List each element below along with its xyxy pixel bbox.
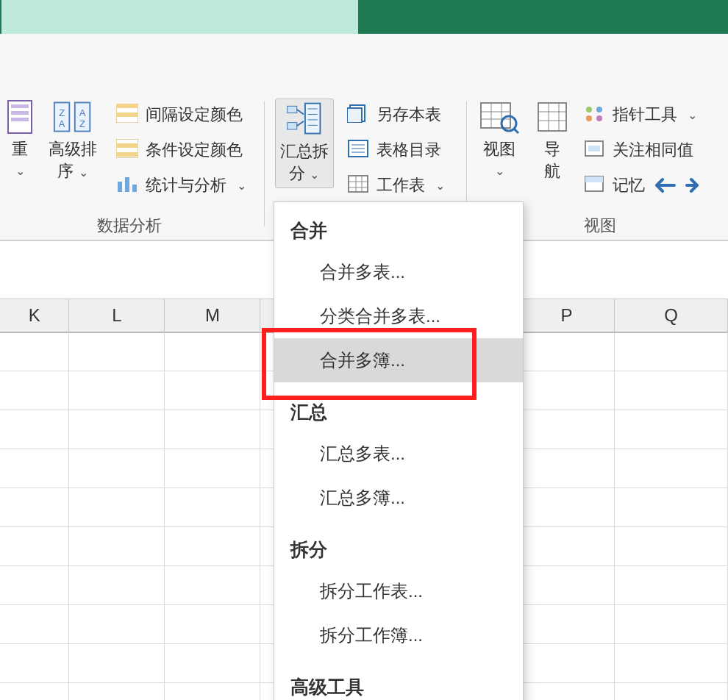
save-copy-icon: [347, 104, 369, 126]
svg-rect-16: [118, 182, 122, 192]
cond-color-button[interactable]: 条件设定颜色: [116, 134, 246, 166]
save-copy-label: 另存本表: [377, 104, 441, 126]
svg-rect-44: [538, 103, 566, 131]
menu-item-merge-multibook[interactable]: 合并多簿...: [274, 338, 523, 382]
interval-color-button[interactable]: 间隔设定颜色: [116, 99, 246, 131]
chevron-down-icon: ⌄: [435, 179, 445, 193]
svg-rect-15: [116, 152, 138, 157]
menu-item-summary-multisheet[interactable]: 汇总多表...: [274, 432, 523, 476]
memory-button[interactable]: 记忆: [583, 169, 699, 201]
worksheet-label: 工作表: [377, 174, 425, 196]
focus-same-label: 关注相同值: [613, 139, 693, 161]
col-header[interactable]: P: [519, 299, 615, 332]
advanced-sort-label-2: 序: [57, 162, 74, 180]
chevron-down-icon: ⌄: [310, 168, 319, 181]
menu-item-merge-multisheet[interactable]: 合并多表...: [274, 250, 523, 294]
memory-icon: [583, 174, 605, 196]
svg-rect-17: [125, 177, 129, 192]
svg-rect-27: [347, 108, 362, 123]
svg-rect-56: [585, 176, 603, 182]
svg-rect-19: [304, 104, 319, 134]
worksheet-icon: [347, 174, 369, 196]
summary-split-label-2: 分: [289, 164, 305, 182]
menu-item-summary-multibook[interactable]: 汇总多簿...: [274, 476, 523, 520]
sheet-toc-button[interactable]: 表格目录: [347, 134, 445, 166]
svg-rect-3: [11, 118, 29, 121]
interval-color-label: 间隔设定颜色: [146, 104, 243, 126]
svg-rect-2: [11, 111, 29, 115]
menu-item-merge-category[interactable]: 分类合并多表...: [274, 294, 523, 338]
advanced-sort-label-1: 高级排: [49, 138, 97, 160]
menu-item-split-worksheet[interactable]: 拆分工作表...: [274, 569, 523, 613]
sheet-toc-label: 表格目录: [377, 139, 441, 161]
title-bar: [0, 0, 728, 34]
view-button-label: 视图: [483, 138, 515, 160]
focus-same-button[interactable]: 关注相同值: [583, 134, 699, 166]
memory-label: 记忆: [613, 174, 645, 196]
chevron-down-icon: ⌄: [688, 108, 697, 122]
view-button[interactable]: 视图 ⌄: [477, 99, 521, 182]
nav-label-1: 导: [544, 138, 560, 160]
summary-split-icon: [285, 101, 324, 138]
save-copy-button[interactable]: 另存本表: [347, 99, 445, 131]
cond-color-label: 条件设定颜色: [146, 139, 243, 161]
svg-rect-14: [116, 143, 138, 148]
menu-section-merge: 合并: [274, 211, 523, 250]
interval-color-icon: [116, 104, 138, 126]
chevron-down-icon: ⌄: [237, 179, 246, 193]
chevron-down-icon: ⌄: [79, 166, 88, 179]
sheet-toc-icon: [347, 139, 369, 161]
dedup-button[interactable]: 重 ⌄: [6, 99, 34, 182]
svg-rect-54: [588, 146, 600, 151]
group-data-analysis: 重 ⌄ ZAAZ 高级排 序 ⌄ 间隔设定颜色: [0, 97, 260, 240]
svg-rect-1: [11, 104, 29, 108]
chevron-down-icon: ⌄: [15, 160, 25, 182]
dedup-icon: [0, 99, 40, 135]
nav-icon: [532, 99, 572, 135]
col-header[interactable]: L: [69, 299, 165, 332]
view-icon: [479, 99, 519, 135]
svg-text:A: A: [79, 107, 86, 118]
nav-label-2: 航: [544, 160, 560, 182]
svg-rect-32: [349, 176, 368, 192]
stats-icon: [116, 174, 138, 196]
summary-split-label-1: 汇总拆: [280, 140, 329, 162]
group-separator: [264, 101, 265, 226]
group-label-data-analysis: 数据分析: [0, 215, 260, 237]
chevron-down-icon: ⌄: [495, 160, 504, 182]
arrow-right-icon[interactable]: [685, 177, 699, 193]
svg-point-52: [596, 115, 602, 121]
svg-point-50: [596, 107, 602, 113]
svg-rect-37: [481, 103, 510, 128]
pointer-tools-icon: [583, 104, 605, 126]
cond-color-icon: [116, 139, 138, 161]
title-highlight: [1, 0, 358, 34]
col-header[interactable]: Q: [615, 299, 728, 332]
svg-rect-12: [116, 113, 138, 117]
worksheet-button[interactable]: 工作表 ⌄: [347, 169, 445, 201]
stats-label: 统计与分析: [146, 174, 226, 196]
svg-rect-18: [132, 185, 137, 192]
svg-text:Z: Z: [79, 118, 85, 129]
svg-text:A: A: [59, 118, 65, 129]
pointer-tools-label: 指针工具: [613, 104, 677, 126]
dedup-label: 重: [12, 138, 28, 160]
arrow-left-icon[interactable]: [652, 177, 677, 193]
menu-section-split: 拆分: [274, 530, 523, 569]
pointer-tools-button[interactable]: 指针工具 ⌄: [583, 99, 699, 131]
sort-icon: ZAAZ: [53, 99, 93, 135]
summary-split-button[interactable]: 汇总拆 分 ⌄: [275, 99, 334, 188]
nav-button[interactable]: 导 航: [535, 99, 570, 182]
summary-split-menu: 合并 合并多表... 分类合并多表... 合并多簿... 汇总 汇总多表... …: [274, 201, 524, 700]
stats-button[interactable]: 统计与分析 ⌄: [116, 169, 246, 201]
svg-line-43: [514, 129, 518, 133]
menu-item-split-workbook[interactable]: 拆分工作簿...: [274, 613, 523, 657]
col-header[interactable]: K: [0, 299, 69, 332]
advanced-sort-button[interactable]: ZAAZ 高级排 序 ⌄: [47, 99, 99, 184]
menu-section-advanced: 高级工具: [274, 668, 523, 700]
col-header[interactable]: M: [165, 299, 260, 332]
menu-section-summary: 汇总: [274, 393, 523, 432]
focus-same-icon: [583, 139, 605, 161]
svg-point-49: [586, 107, 592, 113]
svg-rect-11: [116, 104, 138, 108]
